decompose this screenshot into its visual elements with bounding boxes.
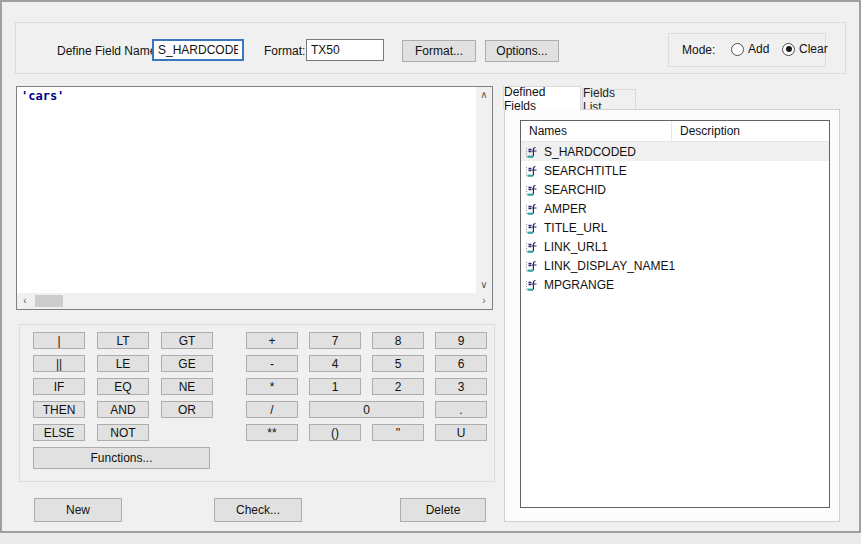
formula-field-icon (525, 221, 539, 235)
list-header: Names Description (521, 121, 829, 142)
formula-field-icon (525, 145, 539, 159)
field-name: TITLE_URL (544, 221, 607, 235)
decimal-button[interactable]: . (435, 401, 487, 418)
scrollbar-thumb[interactable] (35, 295, 63, 307)
if-button[interactable]: IF (33, 378, 85, 395)
parentheses-button[interactable]: () (309, 424, 361, 441)
and-button[interactable]: AND (97, 401, 149, 418)
eq-button[interactable]: EQ (97, 378, 149, 395)
tab-defined-fields[interactable]: Defined Fields (503, 86, 581, 110)
field-name: S_HARDCODED (544, 145, 636, 159)
mode-label: Mode: (682, 43, 715, 57)
scroll-right-icon[interactable]: › (476, 293, 492, 309)
pipe-button[interactable]: | (33, 332, 85, 349)
delete-button[interactable]: Delete (400, 498, 486, 522)
formula-field-icon (525, 259, 539, 273)
digit-5-button[interactable]: 5 (372, 355, 424, 372)
list-item[interactable]: MPGRANGE (521, 275, 829, 294)
functions-button[interactable]: Functions... (33, 447, 210, 469)
check-button[interactable]: Check... (214, 498, 302, 522)
formula-field-icon (525, 164, 539, 178)
list-item[interactable]: SEARCHTITLE (521, 161, 829, 180)
format-input[interactable] (306, 39, 384, 61)
double-pipe-button[interactable]: || (33, 355, 85, 372)
list-item[interactable]: S_HARDCODED (521, 142, 829, 161)
scroll-left-icon[interactable]: ‹ (17, 293, 33, 309)
list-item[interactable]: LINK_URL1 (521, 237, 829, 256)
column-header-description[interactable]: Description (672, 121, 829, 141)
gt-button[interactable]: GT (161, 332, 213, 349)
then-button[interactable]: THEN (33, 401, 85, 418)
digit-1-button[interactable]: 1 (309, 378, 361, 395)
defined-fields-panel: Names Description S_HARDCODED SEARCHTITL… (504, 109, 840, 522)
radio-checked-icon (782, 43, 795, 56)
digit-4-button[interactable]: 4 (309, 355, 361, 372)
horizontal-scrollbar[interactable]: ‹ › (17, 293, 492, 309)
or-button[interactable]: OR (161, 401, 213, 418)
format-button[interactable]: Format... (402, 40, 476, 62)
field-name: LINK_URL1 (544, 240, 608, 254)
field-name: LINK_DISPLAY_NAME1 (544, 259, 675, 273)
digit-6-button[interactable]: 6 (435, 355, 487, 372)
calculator-pad: + 7 8 9 - 4 5 6 * 1 2 3 / 0 . ** () '' U (246, 332, 487, 441)
divide-button[interactable]: / (246, 401, 298, 418)
digit-3-button[interactable]: 3 (435, 378, 487, 395)
formula-field-icon (525, 183, 539, 197)
not-button[interactable]: NOT (97, 424, 149, 441)
plus-button[interactable]: + (246, 332, 298, 349)
field-name: SEARCHTITLE (544, 164, 627, 178)
mode-clear-radio[interactable]: Clear (782, 42, 828, 56)
scroll-down-icon[interactable]: ∨ (476, 277, 492, 293)
le-button[interactable]: LE (97, 355, 149, 372)
define-field-name-label: Define Field Name: (57, 44, 160, 58)
format-label: Format: (264, 44, 305, 58)
formula-field-icon (525, 202, 539, 216)
digit-7-button[interactable]: 7 (309, 332, 361, 349)
options-button[interactable]: Options... (485, 40, 559, 62)
column-header-names[interactable]: Names (521, 121, 672, 141)
field-name: MPGRANGE (544, 278, 614, 292)
radio-unchecked-icon (731, 43, 744, 56)
list-item[interactable]: LINK_DISPLAY_NAME1 (521, 256, 829, 275)
fields-list[interactable]: Names Description S_HARDCODED SEARCHTITL… (520, 120, 830, 508)
mode-add-radio[interactable]: Add (731, 42, 769, 56)
mode-group: Mode: Add Clear (668, 33, 826, 67)
digit-9-button[interactable]: 9 (435, 332, 487, 349)
expression-text: 'cars' (21, 89, 64, 103)
formula-field-icon (525, 278, 539, 292)
power-button[interactable]: ** (246, 424, 298, 441)
scroll-up-icon[interactable]: ∧ (476, 87, 492, 103)
field-name: AMPER (544, 202, 587, 216)
define-field-dialog: Define Field Name: Format: Format... Opt… (0, 0, 861, 533)
ne-button[interactable]: NE (161, 378, 213, 395)
multiply-button[interactable]: * (246, 378, 298, 395)
quotes-button[interactable]: '' (372, 424, 424, 441)
digit-8-button[interactable]: 8 (372, 332, 424, 349)
list-item[interactable]: AMPER (521, 199, 829, 218)
lt-button[interactable]: LT (97, 332, 149, 349)
define-field-name-input[interactable] (152, 39, 244, 61)
minus-button[interactable]: - (246, 355, 298, 372)
vertical-scrollbar[interactable]: ∧ ∨ (476, 87, 492, 293)
tab-fields-list[interactable]: Fields List (582, 89, 636, 110)
else-button[interactable]: ELSE (33, 424, 85, 441)
list-item[interactable]: SEARCHID (521, 180, 829, 199)
u-button[interactable]: U (435, 424, 487, 441)
ge-button[interactable]: GE (161, 355, 213, 372)
digit-2-button[interactable]: 2 (372, 378, 424, 395)
logic-operator-pad: | LT GT || LE GE IF EQ NE THEN AND OR EL… (33, 332, 213, 441)
formula-field-icon (525, 240, 539, 254)
digit-0-button[interactable]: 0 (309, 401, 424, 418)
expression-editor[interactable]: 'cars' ∧ ∨ ‹ › (16, 86, 493, 310)
mode-add-label: Add (748, 42, 769, 56)
new-button[interactable]: New (34, 498, 122, 522)
field-name: SEARCHID (544, 183, 606, 197)
mode-clear-label: Clear (799, 42, 828, 56)
list-item[interactable]: TITLE_URL (521, 218, 829, 237)
